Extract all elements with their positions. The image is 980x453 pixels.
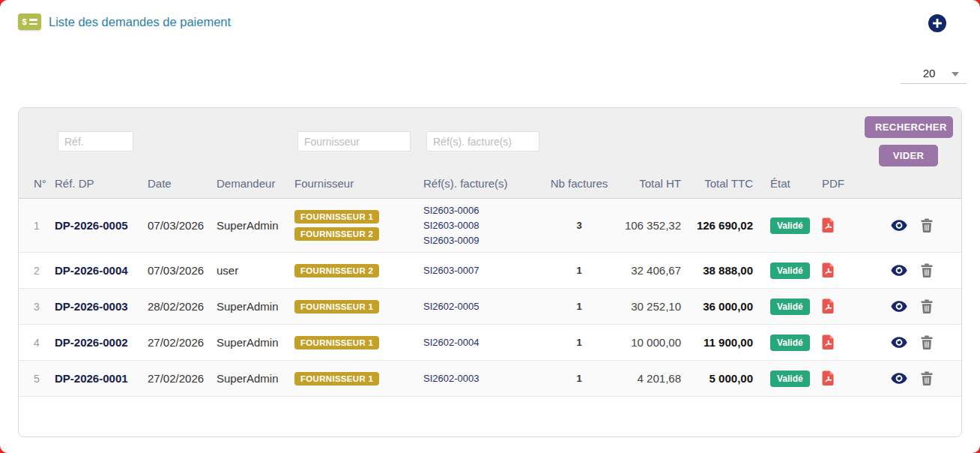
per-page-select[interactable]: 20: [901, 63, 967, 84]
delete-button[interactable]: [921, 263, 933, 278]
ref-dp-cell: DP-2026-0004: [55, 253, 148, 288]
nb-factures-cell: 1: [536, 253, 623, 288]
pdf-download-button[interactable]: [822, 334, 835, 350]
trash-icon: [921, 371, 933, 386]
view-button[interactable]: [891, 301, 907, 312]
pdf-download-button[interactable]: [822, 262, 835, 278]
facture-ref: SI2602-0003: [423, 373, 479, 384]
total-ttc-cell: 5 000,00: [689, 361, 760, 396]
pdf-download-button[interactable]: [822, 298, 835, 314]
date-cell: 07/03/2026: [148, 199, 217, 252]
delete-button[interactable]: [921, 299, 933, 314]
etat-cell: Validé: [760, 253, 819, 288]
eye-icon: [891, 301, 907, 312]
total-ht-cell: 10 000,00: [623, 325, 689, 360]
total-ttc-cell: 36 000,00: [689, 289, 760, 324]
fournisseur-cell: FOURNISSEUR 1: [294, 289, 423, 324]
col-header-total-ht: Total HT: [623, 168, 689, 198]
delete-button[interactable]: [921, 218, 933, 232]
col-header-factures: Réf(s). facture(s): [423, 168, 536, 198]
etat-cell: Validé: [760, 199, 819, 252]
fournisseur-badge: FOURNISSEUR 1: [294, 372, 379, 386]
money-check-icon: $: [18, 14, 41, 30]
fournisseur-filter-input[interactable]: [297, 131, 411, 152]
payment-requests-card: RECHERCHER VIDER N° Réf. DP Date Demande…: [18, 107, 962, 437]
facture-ref: SI2603-0008: [423, 220, 479, 231]
nb-factures-cell: 1: [536, 361, 623, 396]
fournisseur-badge: FOURNISSEUR 2: [294, 264, 379, 278]
actions-cell: [861, 289, 961, 324]
facture-ref: SI2603-0009: [423, 235, 479, 246]
date-cell: 27/02/2026: [148, 361, 217, 396]
total-ttc-cell: 38 888,00: [689, 253, 760, 288]
ref-dp-value: DP-2026-0002: [55, 336, 128, 349]
actions-cell: [861, 253, 961, 288]
search-button[interactable]: RECHERCHER: [865, 116, 953, 138]
nb-factures-cell: 1: [536, 289, 623, 324]
demandeur-cell: SuperAdmin: [217, 361, 294, 396]
trash-icon: [921, 299, 933, 314]
eye-icon: [891, 220, 907, 231]
demandeur-cell: user: [217, 253, 294, 288]
fournisseur-badge: FOURNISSEUR 1: [294, 336, 379, 350]
date-cell: 07/03/2026: [148, 253, 217, 288]
app-page: $ Liste des demandes de paiement 20 RECH…: [0, 0, 980, 453]
trash-icon: [921, 218, 933, 232]
view-button[interactable]: [891, 265, 907, 276]
factures-cell: SI2602-0003: [423, 361, 536, 396]
col-header-num: N°: [19, 168, 55, 198]
etat-cell: Validé: [760, 289, 819, 324]
row-number: 4: [19, 325, 55, 360]
view-button[interactable]: [891, 220, 907, 231]
pdf-file-icon: [822, 262, 835, 278]
col-header-etat: État: [760, 168, 819, 198]
view-button[interactable]: [891, 373, 907, 384]
delete-button[interactable]: [921, 371, 933, 386]
delete-button[interactable]: [921, 335, 933, 350]
row-number: 3: [19, 289, 55, 324]
etat-badge: Validé: [770, 262, 810, 279]
eye-icon: [891, 373, 907, 384]
etat-badge: Validé: [770, 298, 810, 315]
clear-button[interactable]: VIDER: [879, 145, 938, 166]
etat-badge: Validé: [770, 370, 810, 387]
pdf-file-icon: [822, 298, 835, 314]
factures-filter-input[interactable]: [426, 131, 539, 152]
col-header-ref-dp: Réf. DP: [55, 168, 148, 198]
pdf-cell: [819, 361, 861, 396]
pdf-download-button[interactable]: [822, 218, 835, 233]
actions-cell: [861, 199, 961, 252]
pdf-download-button[interactable]: [822, 370, 835, 386]
actions-cell: [861, 361, 961, 396]
ref-dp-cell: DP-2026-0005: [55, 199, 148, 252]
pdf-file-icon: [822, 218, 835, 233]
ref-dp-cell: DP-2026-0001: [55, 361, 148, 396]
actions-cell: [861, 325, 961, 360]
ref-dp-value: DP-2026-0004: [55, 264, 128, 277]
pdf-cell: [819, 289, 861, 324]
total-ht-cell: 32 406,67: [623, 253, 689, 288]
plus-icon: [933, 19, 942, 28]
table-row: 5DP-2026-000127/02/2026SuperAdminFOURNIS…: [19, 361, 961, 397]
demandeur-cell: SuperAdmin: [217, 325, 294, 360]
factures-cell: SI2602-0004: [423, 325, 536, 360]
demandeur-cell: SuperAdmin: [217, 199, 294, 252]
nb-factures-cell: 3: [536, 199, 623, 252]
pdf-cell: [819, 199, 861, 252]
ref-filter-input[interactable]: [58, 131, 133, 152]
table-body: 1DP-2026-000507/03/2026SuperAdminFOURNIS…: [19, 199, 961, 397]
trash-icon: [921, 263, 933, 278]
table-row: 1DP-2026-000507/03/2026SuperAdminFOURNIS…: [19, 199, 961, 253]
add-payment-request-button[interactable]: [928, 14, 946, 32]
fournisseur-cell: FOURNISSEUR 1: [294, 325, 423, 360]
table-filter-header: RECHERCHER VIDER N° Réf. DP Date Demande…: [19, 108, 961, 199]
ref-dp-value: DP-2026-0003: [55, 300, 128, 313]
page-title: Liste des demandes de paiement: [49, 15, 231, 29]
total-ht-cell: 4 201,68: [623, 361, 689, 396]
col-header-total-ttc: Total TTC: [689, 168, 760, 198]
factures-cell: SI2603-0006SI2603-0008SI2603-0009: [423, 199, 536, 252]
col-header-nb-factures: Nb factures: [536, 168, 623, 198]
table-row: 4DP-2026-000227/02/2026SuperAdminFOURNIS…: [19, 325, 961, 361]
view-button[interactable]: [891, 337, 907, 348]
fournisseur-cell: FOURNISSEUR 2: [294, 253, 423, 288]
